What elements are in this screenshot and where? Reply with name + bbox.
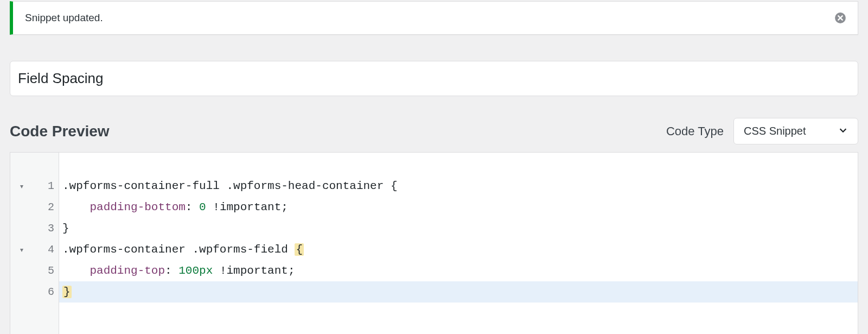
line-number: 5 <box>33 260 59 281</box>
fold-marker <box>10 218 33 239</box>
line-number-gutter: 123456 <box>33 153 59 334</box>
close-icon[interactable] <box>833 10 848 26</box>
line-number: 2 <box>33 197 59 218</box>
line-number: 1 <box>33 175 59 197</box>
notice-banner: Snippet updated. <box>10 1 858 35</box>
code-type-value: CSS Snippet <box>744 125 806 137</box>
code-line[interactable]: } <box>59 218 858 239</box>
line-number: 6 <box>33 281 59 303</box>
fold-marker <box>10 197 33 218</box>
code-area[interactable]: .wpforms-container-full .wpforms-head-co… <box>59 153 858 334</box>
fold-gutter: ▾▾ <box>10 153 33 334</box>
title-container <box>10 61 858 96</box>
section-heading: Code Preview <box>10 123 110 140</box>
section-header: Code Preview Code Type CSS Snippet <box>10 118 858 144</box>
chevron-down-icon <box>838 125 848 137</box>
snippet-title-input[interactable] <box>10 61 858 96</box>
code-line[interactable]: } <box>59 281 858 303</box>
fold-marker <box>10 260 33 281</box>
code-editor[interactable]: ▾▾ 123456 .wpforms-container-full .wpfor… <box>10 152 858 334</box>
code-line[interactable]: .wpforms-container-full .wpforms-head-co… <box>59 175 858 197</box>
code-type-select[interactable]: CSS Snippet <box>733 118 858 144</box>
code-type-label: Code Type <box>666 124 724 138</box>
line-number: 3 <box>33 218 59 239</box>
notice-message: Snippet updated. <box>25 12 103 24</box>
code-line[interactable]: padding-bottom: 0 !important; <box>59 197 858 218</box>
line-number: 4 <box>33 239 59 260</box>
code-line[interactable]: .wpforms-container .wpforms-field { <box>59 239 858 260</box>
code-line[interactable]: padding-top: 100px !important; <box>59 260 858 281</box>
fold-marker <box>10 281 33 303</box>
fold-marker[interactable]: ▾ <box>10 239 33 260</box>
fold-marker[interactable]: ▾ <box>10 175 33 197</box>
